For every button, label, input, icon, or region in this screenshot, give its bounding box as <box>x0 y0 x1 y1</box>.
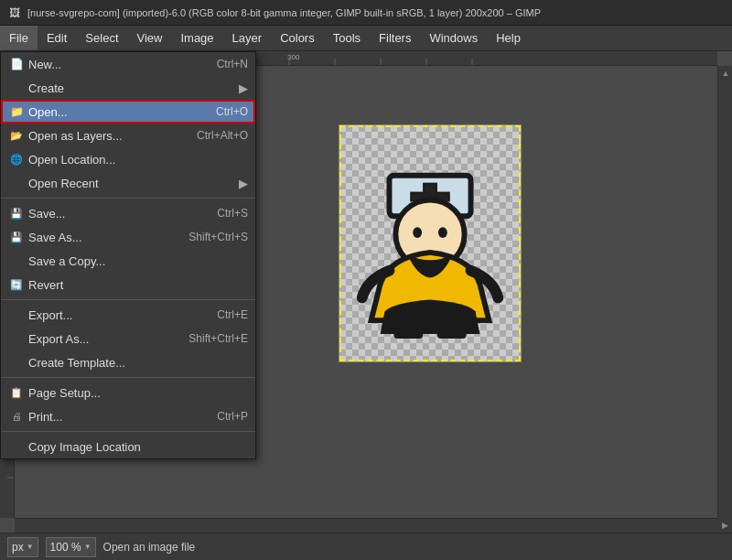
menu-item-open[interactable]: 📁 Open... Ctrl+O <box>1 100 255 124</box>
open-layers-icon: 📂 <box>8 127 25 144</box>
unit-dropdown[interactable]: px ▼ <box>7 537 38 557</box>
status-bar: px ▼ 100 % ▼ Open an image file <box>0 533 732 560</box>
menu-item-open-recent[interactable]: Open Recent ▶ <box>1 171 255 195</box>
menu-item-copy-location[interactable]: Copy Image Location <box>1 435 255 458</box>
save-as-icon: 💾 <box>8 229 25 245</box>
menu-item-open-location[interactable]: 🌐 Open Location... <box>1 147 255 171</box>
print-icon: 🖨 <box>8 408 25 425</box>
scrollbar-bottom[interactable] <box>15 518 717 533</box>
title-text: [nurse-svgrepo-com] (imported)-6.0 (RGB … <box>27 7 541 18</box>
menu-item-save-as[interactable]: 💾 Save As... Shift+Ctrl+S <box>1 225 255 249</box>
create-template-icon <box>8 354 25 371</box>
menu-item-export[interactable]: Export... Ctrl+E <box>1 303 255 327</box>
zoom-dropdown[interactable]: 100 % ▼ <box>46 537 96 557</box>
app-icon: 🖼 <box>7 5 22 20</box>
menu-edit[interactable]: Edit <box>38 26 76 50</box>
menu-file[interactable]: File <box>0 26 38 50</box>
separator-1 <box>1 198 255 199</box>
menu-bar: File Edit Select View Image Layer Colors… <box>0 26 732 51</box>
menu-filters[interactable]: Filters <box>370 26 420 50</box>
menu-item-create-template[interactable]: Create Template... <box>1 350 255 374</box>
menu-item-export-as[interactable]: Export As... Shift+Ctrl+E <box>1 327 255 350</box>
copy-location-icon <box>8 438 25 455</box>
menu-item-new[interactable]: 📄 New... Ctrl+N <box>1 52 255 76</box>
svg-point-35 <box>438 227 447 238</box>
menu-item-print[interactable]: 🖨 Print... Ctrl+P <box>1 404 255 428</box>
file-dropdown: 📄 New... Ctrl+N Create ▶ 📁 Open... Ctrl+… <box>0 51 256 459</box>
separator-4 <box>1 431 255 432</box>
zoom-dropdown-arrow: ▼ <box>84 543 92 551</box>
new-icon: 📄 <box>8 56 25 72</box>
menu-tools[interactable]: Tools <box>324 26 370 50</box>
scroll-up-arrow[interactable]: ▲ <box>718 66 732 81</box>
create-icon <box>8 80 25 96</box>
status-text: Open an image file <box>103 541 196 554</box>
menu-view[interactable]: View <box>128 26 172 50</box>
menu-colors[interactable]: Colors <box>271 26 324 50</box>
open-icon: 📁 <box>8 103 25 120</box>
menu-item-create[interactable]: Create ▶ <box>1 76 255 100</box>
separator-3 <box>1 377 255 378</box>
title-bar: 🖼 [nurse-svgrepo-com] (imported)-6.0 (RG… <box>0 0 732 26</box>
menu-item-save[interactable]: 💾 Save... Ctrl+S <box>1 201 255 225</box>
menu-help[interactable]: Help <box>487 26 530 50</box>
menu-windows[interactable]: Windows <box>420 26 487 50</box>
revert-icon: 🔄 <box>8 276 25 293</box>
open-location-icon: 🌐 <box>8 151 25 167</box>
scroll-corner: ▶ <box>717 518 732 533</box>
menu-item-save-copy[interactable]: Save a Copy... <box>1 249 255 273</box>
export-as-icon <box>8 330 25 347</box>
svg-rect-32 <box>393 320 423 339</box>
page-setup-icon: 📋 <box>8 384 25 401</box>
svg-point-34 <box>413 227 422 238</box>
menu-item-revert[interactable]: 🔄 Revert <box>1 273 255 296</box>
unit-dropdown-arrow: ▼ <box>27 543 34 551</box>
svg-rect-33 <box>437 320 467 339</box>
menu-item-page-setup[interactable]: 📋 Page Setup... <box>1 381 255 404</box>
save-copy-icon <box>8 253 25 269</box>
svg-text:300: 300 <box>287 53 300 61</box>
nurse-image <box>339 125 521 361</box>
menu-image[interactable]: Image <box>171 26 222 50</box>
menu-layer[interactable]: Layer <box>223 26 272 50</box>
menu-select[interactable]: Select <box>76 26 127 50</box>
open-recent-icon <box>8 175 25 191</box>
export-icon <box>8 307 25 323</box>
menu-item-open-layers[interactable]: 📂 Open as Layers... Ctrl+Alt+O <box>1 124 255 147</box>
scrollbar-right[interactable]: ▲ <box>717 66 732 518</box>
image-canvas <box>339 124 522 362</box>
save-icon: 💾 <box>8 205 25 221</box>
separator-2 <box>1 299 255 300</box>
